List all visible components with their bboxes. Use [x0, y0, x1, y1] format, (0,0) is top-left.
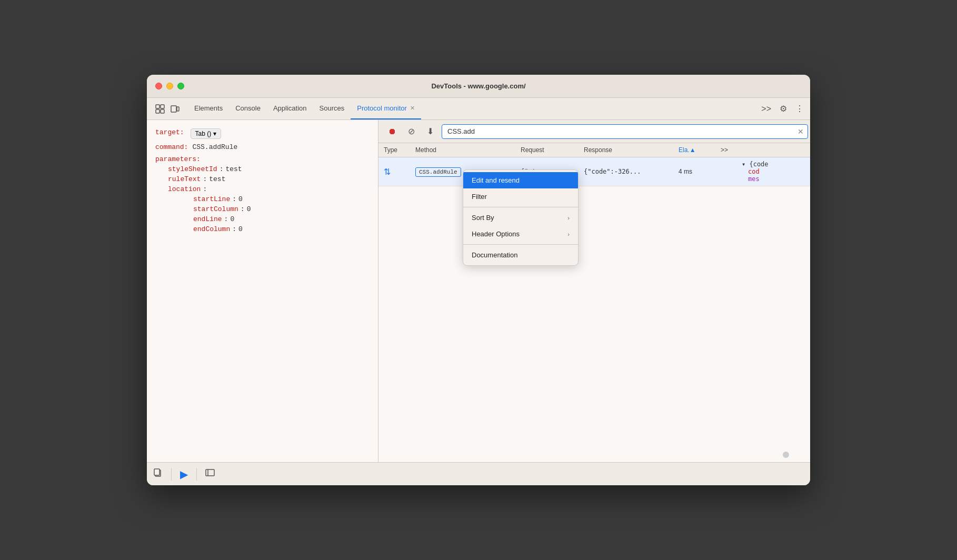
bottom-divider-2: [196, 468, 197, 481]
bottom-bar: ▶: [147, 462, 810, 485]
bottom-divider-1: [171, 468, 172, 481]
param-startColumn: startColumn : 0: [155, 205, 370, 213]
context-menu-filter[interactable]: Filter: [463, 188, 578, 205]
target-line: target: Tab () ▾: [155, 128, 370, 139]
download-button[interactable]: ⬇: [423, 124, 437, 139]
copy-icon[interactable]: [153, 468, 163, 480]
cell-response: {"code":-326...: [579, 157, 673, 186]
col-type: Type: [378, 143, 410, 157]
clear-button[interactable]: ⊘: [404, 124, 418, 139]
svg-rect-2: [161, 105, 164, 108]
tab-close-icon[interactable]: ✕: [410, 105, 415, 112]
target-dropdown[interactable]: Tab () ▾: [191, 128, 222, 139]
command-value: CSS.addRule: [192, 143, 237, 151]
param-ruleText: ruleText : test: [155, 175, 370, 183]
right-panel: ⏺ ⊘ ⬇ ✕ Type Method Request Response Ela…: [378, 120, 810, 462]
devtools-window: DevTools - www.google.com/ Elements: [147, 75, 810, 485]
svg-rect-7: [154, 469, 160, 475]
context-menu-header-options[interactable]: Header Options ›: [463, 226, 578, 242]
context-menu-divider-2: [463, 244, 578, 245]
parameters-key: parameters:: [155, 155, 201, 163]
close-button[interactable]: [155, 83, 162, 89]
context-menu: Edit and resend Filter Sort By › Header …: [463, 169, 579, 266]
svg-rect-1: [156, 109, 160, 113]
cell-overflow-col: [715, 157, 736, 186]
main-content: target: Tab () ▾ command: CSS.addRule pa…: [147, 120, 810, 462]
left-panel: target: Tab () ▾ command: CSS.addRule pa…: [147, 120, 378, 462]
table-header-row: Type Method Request Response Ela.▲ >>: [378, 143, 810, 157]
context-menu-divider-1: [463, 207, 578, 207]
horizontal-scrollbar[interactable]: [783, 452, 789, 458]
command-key: command:: [155, 143, 188, 151]
search-clear-icon[interactable]: ✕: [798, 127, 804, 136]
param-endLine: endLine : 0: [155, 215, 370, 223]
table-row[interactable]: ⇅ CSS.addRule {"sty {"code":-326... 4 ms…: [378, 157, 810, 186]
col-request: Request: [515, 143, 579, 157]
svg-rect-0: [156, 105, 160, 108]
tab-bar: Elements Console Application Sources Pro…: [147, 98, 810, 120]
col-extra: [736, 143, 810, 157]
send-button[interactable]: ▶: [180, 468, 188, 481]
search-input[interactable]: [442, 124, 808, 139]
request-type-icon: ⇅: [384, 167, 405, 177]
context-menu-edit-resend[interactable]: Edit and resend: [463, 172, 578, 188]
param-styleSheetId: styleSheetId : test: [155, 165, 370, 173]
chevron-right-icon: ›: [567, 215, 570, 221]
minimize-button[interactable]: [166, 83, 173, 89]
method-value: CSS.addRule: [415, 167, 461, 177]
tab-application[interactable]: Application: [267, 98, 313, 119]
toolbar: ⏺ ⊘ ⬇ ✕: [378, 120, 810, 143]
settings-icon[interactable]: ⚙: [777, 102, 789, 116]
svg-rect-8: [206, 469, 214, 476]
sidebar-toggle-icon[interactable]: [205, 468, 215, 480]
param-endColumn: endColumn : 0: [155, 225, 370, 233]
device-icon[interactable]: [170, 104, 180, 114]
more-tabs-icon[interactable]: >>: [759, 102, 773, 116]
tab-sources[interactable]: Sources: [313, 98, 351, 119]
table-container: Type Method Request Response Ela.▲ >>: [378, 143, 810, 462]
context-menu-sort-by[interactable]: Sort By ›: [463, 209, 578, 226]
param-startLine: startLine : 0: [155, 195, 370, 203]
title-bar: DevTools - www.google.com/: [147, 75, 810, 98]
context-menu-documentation[interactable]: Documentation: [463, 247, 578, 263]
cell-extra: ▾ {code cod mes: [736, 157, 810, 186]
col-overflow[interactable]: >>: [715, 143, 736, 157]
col-elapsed: Ela.▲: [673, 143, 715, 157]
svg-rect-3: [161, 109, 164, 113]
col-response: Response: [579, 143, 673, 157]
cell-elapsed: 4 ms: [673, 157, 715, 186]
target-key: target:: [155, 128, 184, 136]
chevron-right-icon-2: ›: [567, 231, 570, 237]
param-location: location :: [155, 185, 370, 193]
cell-type: ⇅: [378, 157, 410, 186]
more-options-icon[interactable]: ⋮: [793, 102, 806, 116]
tab-bar-right: >> ⚙ ⋮: [759, 98, 806, 119]
command-line: command: CSS.addRule: [155, 143, 370, 151]
devtools-icons: [151, 98, 184, 119]
svg-rect-5: [177, 107, 179, 111]
tab-console[interactable]: Console: [229, 98, 267, 119]
tab-elements[interactable]: Elements: [188, 98, 229, 119]
svg-rect-4: [171, 106, 176, 112]
traffic-lights: [155, 83, 184, 89]
col-method: Method: [410, 143, 515, 157]
maximize-button[interactable]: [177, 83, 184, 89]
parameters-label-line: parameters:: [155, 155, 370, 163]
protocol-table: Type Method Request Response Ela.▲ >>: [378, 143, 810, 186]
tab-protocol-monitor[interactable]: Protocol monitor ✕: [351, 98, 421, 119]
window-title: DevTools - www.google.com/: [431, 82, 525, 90]
stop-button[interactable]: ⏺: [385, 124, 400, 139]
inspect-icon[interactable]: [155, 104, 165, 114]
